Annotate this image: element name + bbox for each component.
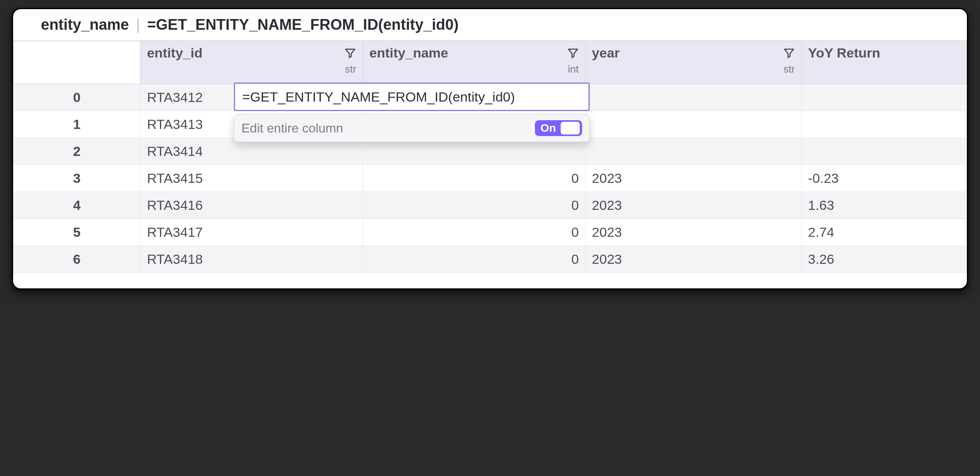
filter-icon[interactable] [344,47,356,59]
row-index: 3 [14,165,141,192]
cell-editor: Edit entire column On [234,83,590,142]
cell-entity-name[interactable]: 0 [363,192,585,219]
table-row[interactable]: 4 RTA3416 0 2023 1.63 [14,192,967,219]
row-index: 1 [14,111,141,138]
row-index: 6 [14,246,141,273]
formula-separator: | [136,16,140,33]
cell-entity-name[interactable]: 0 [363,165,585,192]
filter-icon[interactable] [567,47,579,59]
spreadsheet-panel: entity_name | =GET_ENTITY_NAME_FROM_ID(e… [12,8,968,290]
column-header-entity-id[interactable]: entity_id str [141,41,363,84]
cell-yoy[interactable] [801,84,966,111]
cell-entity-id[interactable]: RTA3416 [141,192,363,219]
column-name: entity_name [369,45,448,61]
index-column-header [14,41,141,84]
row-index: 5 [14,219,141,246]
formula-input[interactable] [234,83,590,111]
column-type: str [783,63,795,75]
formula-text[interactable]: =GET_ENTITY_NAME_FROM_ID(entity_id0) [147,16,459,33]
cell-year[interactable]: 2023 [585,246,801,273]
cell-yoy[interactable]: 1.63 [801,192,966,219]
column-header-yoy-return[interactable]: YoY Return [801,41,966,84]
column-header-entity-name[interactable]: entity_name int [363,41,585,84]
cell-year[interactable] [585,138,801,165]
cell-yoy[interactable]: 2.74 [801,219,966,246]
table-row[interactable]: 6 RTA3418 0 2023 3.26 [14,246,967,273]
cell-yoy[interactable] [801,111,966,138]
active-column-label: entity_name [41,16,129,33]
data-grid: entity_id str entity_name [13,41,967,273]
cell-yoy[interactable] [801,138,966,165]
cell-entity-id[interactable]: RTA3418 [141,246,363,273]
cell-yoy[interactable]: 3.26 [801,246,966,273]
cell-year[interactable]: 2023 [585,165,801,192]
column-type: int [568,63,579,75]
cell-yoy[interactable]: -0.23 [801,165,966,192]
cell-year[interactable]: 2023 [585,192,801,219]
edit-entire-column-label: Edit entire column [241,121,343,136]
column-name: entity_id [147,45,203,61]
formula-bar: entity_name | =GET_ENTITY_NAME_FROM_ID(e… [13,9,967,41]
row-index: 0 [14,84,141,111]
column-type: str [345,63,356,75]
edit-entire-column-toggle[interactable]: On [535,120,582,136]
column-name: YoY Return [808,45,880,61]
cell-year[interactable] [585,84,801,111]
cell-entity-name[interactable]: 0 [363,246,585,273]
column-name: year [592,45,620,61]
table-row[interactable]: 5 RTA3417 0 2023 2.74 [14,219,967,246]
editor-dropdown: Edit entire column On [234,114,590,142]
row-index: 2 [14,138,141,165]
cell-entity-id[interactable]: RTA3415 [141,165,363,192]
filter-icon[interactable] [783,47,795,59]
column-header-year[interactable]: year str [585,41,801,84]
cell-year[interactable]: 2023 [585,219,801,246]
row-index: 4 [14,192,141,219]
toggle-knob [561,122,580,134]
table-row[interactable]: 3 RTA3415 0 2023 -0.23 [14,165,967,192]
cell-year[interactable] [585,111,801,138]
cell-entity-name[interactable]: 0 [363,219,585,246]
cell-entity-id[interactable]: RTA3417 [141,219,363,246]
toggle-label: On [540,122,556,134]
